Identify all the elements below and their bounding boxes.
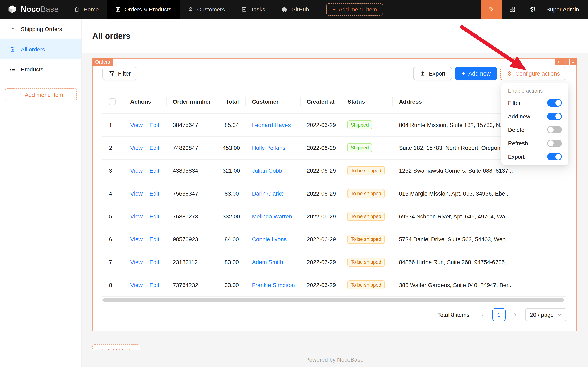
ui-editor-button[interactable]: ✎ <box>481 0 502 19</box>
dropdown-item[interactable]: Add new <box>503 109 567 123</box>
status-tag: To be shipped <box>347 235 385 244</box>
row-index: 8 <box>109 282 112 288</box>
nav-item-home[interactable]: Home <box>66 0 107 19</box>
address-cell: 1252 Swaniawski Corners, Suite 688, 8137… <box>399 167 513 174</box>
export-button[interactable]: Export <box>413 67 452 80</box>
column-header-created-at: Created at <box>300 90 341 114</box>
address-cell: 015 Margie Mission, Apt. 093, 34936, Ebe… <box>399 190 510 197</box>
view-link[interactable]: View <box>130 190 143 197</box>
status-tag: To be shipped <box>347 189 385 198</box>
edit-link[interactable]: Edit <box>150 236 159 242</box>
plugins-button[interactable] <box>502 0 523 19</box>
pagination-next-button[interactable]: › <box>509 308 522 321</box>
view-link[interactable]: View <box>130 122 143 128</box>
plus-icon: + <box>19 92 22 98</box>
gear-icon: ⚙ <box>529 5 536 14</box>
horizontal-scrollbar-thumb[interactable] <box>102 298 564 301</box>
initializer-plus-icon[interactable]: + <box>562 58 569 65</box>
nav-item-label: Home <box>84 6 99 13</box>
customer-link[interactable]: Melinda Warren <box>252 213 292 220</box>
view-link[interactable]: View <box>130 213 143 220</box>
filter-icon <box>109 71 115 76</box>
view-link[interactable]: View <box>130 259 143 265</box>
toggle-switch[interactable] <box>547 112 562 120</box>
orders-products-icon <box>115 7 121 12</box>
sidebar-add-menu-item-label: Add menu item <box>25 92 63 98</box>
plus-icon: + <box>101 347 104 350</box>
nav-item-customers[interactable]: Customers <box>180 0 233 19</box>
plus-icon: + <box>332 6 336 13</box>
dropdown-item[interactable]: Filter <box>503 96 567 109</box>
sidebar-add-menu-item-button[interactable]: + Add menu item <box>5 88 77 101</box>
view-link[interactable]: View <box>130 144 143 151</box>
table-row: 2 ViewEdit 74829847 453.00 Holly Perkins… <box>102 136 566 159</box>
pagination-page-1[interactable]: 1 <box>492 308 505 321</box>
home-icon <box>74 7 80 12</box>
table-toolbar: Filter Export + Add new ⚙ Co <box>102 67 566 80</box>
dropdown-item[interactable]: Delete <box>503 123 567 136</box>
customer-link[interactable]: Julian Cobb <box>252 167 282 174</box>
customer-link[interactable]: Adam Smith <box>252 259 283 265</box>
app-viewport: NocoBase Home Orders & Products Customer… <box>0 0 588 367</box>
edit-link[interactable]: Edit <box>150 190 159 197</box>
status-tag: To be shipped <box>347 280 385 289</box>
add-new-button[interactable]: + Add new <box>455 67 497 80</box>
toggle-switch[interactable] <box>547 153 562 160</box>
toggle-switch[interactable] <box>547 126 562 133</box>
pagination-prev-button[interactable]: ‹ <box>476 308 489 321</box>
user-menu[interactable]: Super Admin <box>543 6 588 13</box>
main-area: All orders Orders + + ≡ Filter <box>82 19 588 367</box>
edit-link[interactable]: Edit <box>150 259 159 265</box>
dropdown-item[interactable]: Refresh <box>503 136 567 150</box>
customer-link[interactable]: Darin Clarke <box>252 190 284 197</box>
total-cell: 332.00 <box>223 213 240 220</box>
row-index: 4 <box>109 190 112 197</box>
page-header: All orders <box>82 19 588 53</box>
view-link[interactable]: View <box>130 236 143 242</box>
edit-link[interactable]: Edit <box>150 122 159 128</box>
column-header-status: Status <box>341 90 392 114</box>
filter-button-label: Filter <box>118 70 131 77</box>
filter-button[interactable]: Filter <box>102 67 137 80</box>
nav-item-github[interactable]: GitHub <box>273 0 317 19</box>
drag-handle-icon[interactable]: + <box>555 58 562 65</box>
order-number-cell: 38475647 <box>173 122 198 128</box>
add-block-button[interactable]: + Add block <box>92 344 141 350</box>
toggle-switch[interactable] <box>547 139 562 147</box>
top-navbar: NocoBase Home Orders & Products Customer… <box>0 0 588 19</box>
block-menu-icon[interactable]: ≡ <box>570 58 577 65</box>
nav-item-tasks[interactable]: Tasks <box>233 0 273 19</box>
row-index: 3 <box>109 167 112 174</box>
settings-button[interactable]: ⚙ <box>523 0 543 19</box>
edit-link[interactable]: Edit <box>150 167 159 174</box>
customer-link[interactable]: Frankie Simpson <box>252 282 295 288</box>
sidebar-item-shipping-orders[interactable]: ↑ Shipping Orders <box>0 19 81 39</box>
nav-item-orders-products[interactable]: Orders & Products <box>107 0 180 19</box>
toggle-switch[interactable] <box>547 99 562 106</box>
address-cell: 383 Walter Gardens, Suite 040, 24947, Be… <box>399 282 513 288</box>
nocobase-logo[interactable]: NocoBase <box>0 0 66 19</box>
edit-link[interactable]: Edit <box>150 213 159 220</box>
page-size-select[interactable]: 20 / page <box>525 308 566 321</box>
total-cell: 84.00 <box>225 236 239 242</box>
edit-link[interactable]: Edit <box>150 144 159 151</box>
sidebar-item-all-orders[interactable]: All orders <box>0 39 81 59</box>
total-cell: 83.00 <box>225 259 239 265</box>
customers-icon <box>188 7 193 12</box>
view-link[interactable]: View <box>130 282 143 288</box>
nav-item-label: GitHub <box>291 6 309 13</box>
customer-link[interactable]: Leonard Hayes <box>252 122 291 128</box>
sidebar-item-products[interactable]: Products <box>0 59 81 79</box>
orders-table: Actions Order number Total Customer Crea… <box>102 90 566 301</box>
customer-link[interactable]: Connie Lyons <box>252 236 287 242</box>
edit-link[interactable]: Edit <box>150 282 159 288</box>
select-all-checkbox[interactable] <box>109 98 116 105</box>
column-header-customer: Customer <box>245 90 300 114</box>
order-number-cell: 98570923 <box>173 236 198 242</box>
total-cell: 321.00 <box>223 167 240 174</box>
navbar-add-menu-item-button[interactable]: + Add menu item <box>326 3 383 16</box>
customer-link[interactable]: Holly Perkins <box>252 144 285 151</box>
dropdown-item[interactable]: Export <box>503 150 567 163</box>
configure-actions-button[interactable]: ⚙ Configure actions <box>500 67 566 80</box>
view-link[interactable]: View <box>130 167 143 174</box>
